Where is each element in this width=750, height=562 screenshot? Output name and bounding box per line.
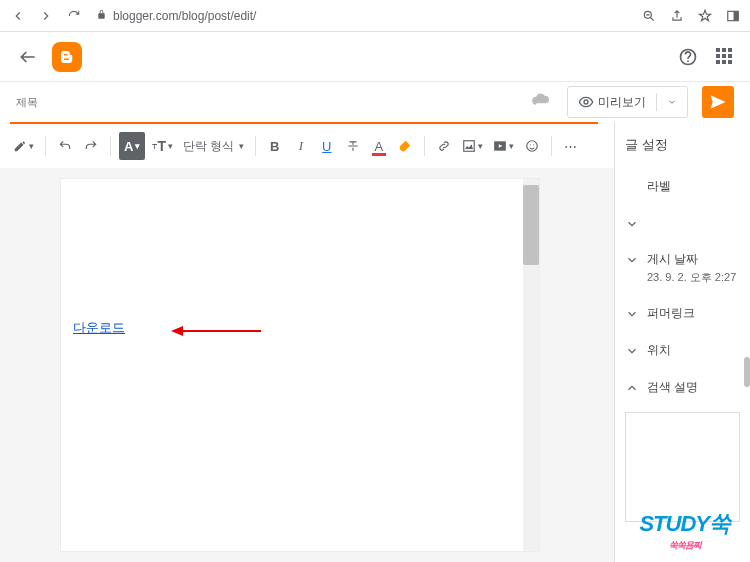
back-button[interactable] xyxy=(16,45,40,69)
undo-button[interactable] xyxy=(54,132,76,160)
annotation-arrow xyxy=(171,323,261,339)
sidebar-title: 글 설정 xyxy=(625,136,740,154)
sidebar-item-labels-expand[interactable] xyxy=(625,205,740,241)
chevron-down-icon xyxy=(625,307,639,321)
title-bar: 미리보기 xyxy=(0,82,750,122)
svg-point-9 xyxy=(529,144,530,145)
underline-button[interactable]: U xyxy=(316,132,338,160)
download-link[interactable]: 다운로드 xyxy=(73,320,125,335)
eye-icon xyxy=(578,94,594,110)
editor-canvas: 다운로드 xyxy=(0,168,614,562)
svg-point-5 xyxy=(584,100,588,104)
strikethrough-button[interactable] xyxy=(342,132,364,160)
svg-point-10 xyxy=(533,144,534,145)
emoji-button[interactable] xyxy=(521,132,543,160)
compose-mode-button[interactable]: ▾ xyxy=(10,132,37,160)
chevron-down-icon: ▾ xyxy=(135,141,140,151)
browser-reload[interactable] xyxy=(64,6,84,26)
font-family-button[interactable]: A ▾ xyxy=(119,132,145,160)
chevron-down-icon: ▾ xyxy=(29,141,34,151)
main-area: ▾ A ▾ ᴛT ▾ 단락 형식 ▾ B I U A ▾ xyxy=(0,122,750,562)
zoom-icon[interactable] xyxy=(640,7,658,25)
svg-point-8 xyxy=(527,141,538,152)
browser-forward[interactable] xyxy=(36,6,56,26)
sidebar-item-labels[interactable]: 라벨 xyxy=(625,168,740,205)
app-header xyxy=(0,32,750,82)
help-icon[interactable] xyxy=(676,45,700,69)
sidebar-scrollbar-thumb[interactable] xyxy=(744,357,750,387)
url-text: blogger.com/blog/post/edit/ xyxy=(113,9,256,23)
preview-button[interactable]: 미리보기 xyxy=(567,86,688,118)
redo-button[interactable] xyxy=(80,132,102,160)
apps-grid-icon[interactable] xyxy=(716,48,734,66)
post-settings-sidebar: 글 설정 라벨 게시 날짜 23. 9. 2. 오후 2:27 퍼머링크 위치 … xyxy=(615,122,750,562)
italic-button[interactable]: I xyxy=(290,132,312,160)
text-color-button[interactable]: A xyxy=(368,132,390,160)
editor-toolbar: ▾ A ▾ ᴛT ▾ 단락 형식 ▾ B I U A ▾ xyxy=(0,124,614,168)
sidebar-item-permalink[interactable]: 퍼머링크 xyxy=(625,295,740,332)
paragraph-format-button[interactable]: 단락 형식 ▾ xyxy=(180,132,247,160)
editor-page[interactable]: 다운로드 xyxy=(60,178,540,552)
chevron-down-icon xyxy=(625,344,639,358)
browser-back[interactable] xyxy=(8,6,28,26)
star-icon[interactable] xyxy=(696,7,714,25)
svg-rect-2 xyxy=(734,11,739,20)
send-icon xyxy=(709,93,727,111)
chevron-down-icon: ▾ xyxy=(168,141,173,151)
search-description-input[interactable] xyxy=(625,412,740,522)
chevron-up-icon xyxy=(625,381,639,395)
font-size-button[interactable]: ᴛT ▾ xyxy=(149,132,176,160)
publish-button[interactable] xyxy=(702,86,734,118)
chevron-down-icon: ▾ xyxy=(478,141,483,151)
svg-point-4 xyxy=(687,60,689,62)
video-button[interactable]: ▾ xyxy=(490,132,517,160)
watermark: STUDY쑥 쑥쑥욤찌 xyxy=(639,509,730,552)
share-icon[interactable] xyxy=(668,7,686,25)
post-title-input[interactable] xyxy=(16,96,523,108)
highlight-button[interactable] xyxy=(394,132,416,160)
bold-button[interactable]: B xyxy=(264,132,286,160)
svg-rect-6 xyxy=(464,141,475,152)
chevron-down-icon xyxy=(667,97,677,107)
link-button[interactable] xyxy=(433,132,455,160)
page-scrollbar[interactable] xyxy=(523,179,539,551)
url-bar[interactable]: blogger.com/blog/post/edit/ xyxy=(92,4,632,28)
chevron-down-icon xyxy=(625,253,639,267)
preview-label: 미리보기 xyxy=(598,94,646,111)
scrollbar-thumb[interactable] xyxy=(523,185,539,265)
editor-column: ▾ A ▾ ᴛT ▾ 단락 형식 ▾ B I U A ▾ xyxy=(0,122,615,562)
sidebar-item-post-date[interactable]: 게시 날짜 23. 9. 2. 오후 2:27 xyxy=(625,241,740,295)
browser-chrome: blogger.com/blog/post/edit/ xyxy=(0,0,750,32)
cloud-saved-icon xyxy=(531,92,551,112)
lock-icon xyxy=(96,9,107,23)
sidebar-item-location[interactable]: 위치 xyxy=(625,332,740,369)
chevron-down-icon: ▾ xyxy=(236,141,244,151)
chevron-down-icon: ▾ xyxy=(509,141,514,151)
more-button[interactable]: ⋯ xyxy=(560,132,582,160)
sidepanel-icon[interactable] xyxy=(724,7,742,25)
chevron-down-icon xyxy=(625,217,639,231)
blogger-logo[interactable] xyxy=(52,42,82,72)
svg-marker-12 xyxy=(171,326,183,336)
browser-actions xyxy=(640,7,742,25)
image-button[interactable]: ▾ xyxy=(459,132,486,160)
sidebar-item-search-desc[interactable]: 검색 설명 xyxy=(625,369,740,406)
